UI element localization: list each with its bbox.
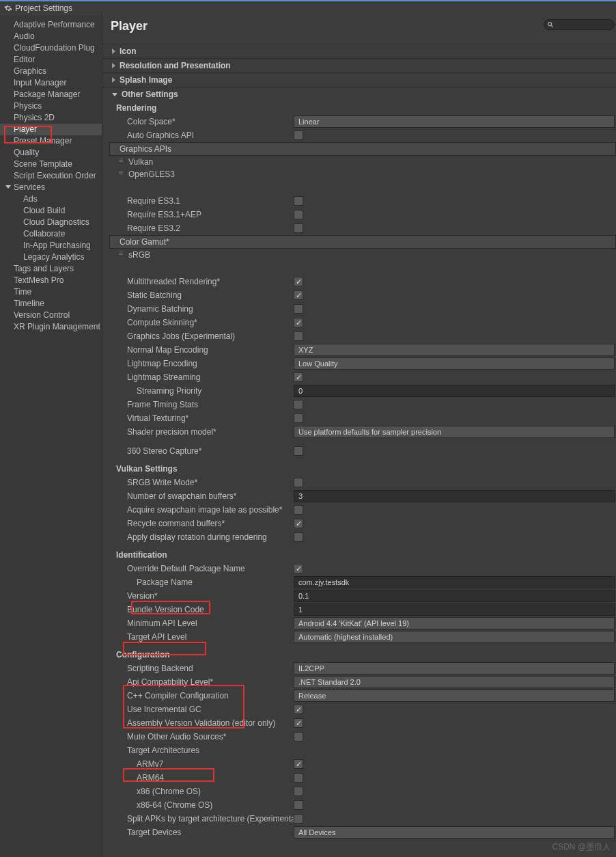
search-input[interactable] [544,19,615,30]
gjobs-label: Graphics Jobs (Experimental) [109,331,294,341]
foldout-other[interactable]: Other Settings [102,87,616,101]
req-es31aep-label: Require ES3.1+AEP [109,210,294,219]
sidebar-item[interactable]: Scene Template [0,159,102,170]
req-es31-checkbox[interactable] [294,196,303,206]
dyn-batch-checkbox[interactable] [294,304,303,314]
frame-timing-checkbox[interactable] [294,400,303,409]
armv7-checkbox[interactable] [294,759,303,769]
foldout-splash[interactable]: Splash Image [102,72,616,87]
sidebar-item[interactable]: Package Manager [0,89,102,100]
shader-prec-label: Shader precision model* [109,427,294,437]
compute-skin-label: Compute Skinning* [109,318,294,327]
list-item[interactable]: sRGB [109,249,616,261]
incgc-checkbox[interactable] [294,705,303,714]
req-es32-label: Require ES3.2 [109,223,294,233]
sidebar-item[interactable]: Physics [0,100,102,112]
srgb-checkbox[interactable] [294,478,303,487]
sidebar-item[interactable]: Adaptive Performance [0,19,102,31]
sidebar-item[interactable]: TextMesh Pro [0,275,102,286]
sidebar-item[interactable]: Legacy Analytics [0,251,102,263]
mute-label: Mute Other Audio Sources* [109,732,294,742]
color-space-label: Color Space* [109,117,294,126]
stream-prio-field[interactable]: 0 [294,385,615,397]
compat-dropdown[interactable]: .NET Standard 2.0 [294,676,615,688]
color-space-dropdown[interactable]: Linear [294,115,615,128]
static-batch-checkbox[interactable] [294,290,303,300]
apply-rot-checkbox[interactable] [294,532,303,542]
sidebar-item[interactable]: Cloud Build [0,205,102,217]
watermark: CSDN @墨痕人 [552,841,611,853]
sidebar-item[interactable]: Graphics [0,66,102,77]
list-item[interactable]: Vulkan [109,156,616,168]
sidebar-item[interactable]: Cloud Diagnostics [0,217,102,228]
tdev-dropdown[interactable]: All Devices [294,826,615,839]
sidebar-item-player[interactable]: Player [0,124,102,135]
asmval-label: Assembly Version Validation (editor only… [109,718,294,728]
dyn-batch-label: Dynamic Batching [109,304,294,314]
acquire-label: Acquire swapchain image late as possible… [109,505,294,515]
sidebar-item[interactable]: Physics 2D [0,112,102,124]
x8664-checkbox[interactable] [294,800,303,810]
lm-stream-checkbox[interactable] [294,372,303,382]
asmval-checkbox[interactable] [294,718,303,728]
normal-enc-dropdown[interactable]: XYZ [294,344,615,356]
foldout-icon[interactable]: Icon [102,44,616,58]
svg-point-0 [548,23,552,26]
recycle-checkbox[interactable] [294,519,303,528]
sidebar-item[interactable]: Quality [0,147,102,159]
sidebar-item-services[interactable]: Services [0,182,102,193]
search-icon [547,21,554,28]
bundle-field[interactable]: 1 [294,603,615,616]
sidebar-item[interactable]: CloudFoundation Plug [0,42,102,54]
req-es31-label: Require ES3.1 [109,196,294,206]
version-label: Version* [109,591,294,601]
sidebar-item[interactable]: Time [0,286,102,298]
target-api-dropdown[interactable]: Automatic (highest installed) [294,631,615,643]
arm64-checkbox[interactable] [294,773,303,783]
compute-skin-checkbox[interactable] [294,318,303,327]
req-es31aep-checkbox[interactable] [294,210,303,219]
multithread-checkbox[interactable] [294,277,303,286]
package-name-field[interactable]: com.zjy.testsdk [294,576,615,588]
incgc-label: Use Incremental GC [109,705,294,714]
sidebar-item[interactable]: In-App Purchasing [0,240,102,251]
override-pkg-checkbox[interactable] [294,564,303,573]
cpp-dropdown[interactable]: Release [294,690,615,702]
sidebar-item[interactable]: Audio [0,31,102,42]
x86-checkbox[interactable] [294,787,303,796]
sidebar-item[interactable]: Version Control [0,310,102,321]
sidebar-item[interactable]: Timeline [0,298,102,310]
sidebar-item[interactable]: XR Plugin Management [0,321,102,333]
stereo-checkbox[interactable] [294,446,303,456]
sidebar-item[interactable]: Editor [0,54,102,66]
srgb-label: SRGB Write Mode* [109,478,294,487]
chevron-right-icon [112,49,115,54]
mute-checkbox[interactable] [294,732,303,742]
min-api-dropdown[interactable]: Android 4.4 'KitKat' (API level 19) [294,617,615,629]
backend-dropdown[interactable]: IL2CPP [294,662,615,675]
acquire-checkbox[interactable] [294,505,303,515]
sidebar-item[interactable]: Collaborate [0,228,102,240]
list-item[interactable]: OpenGLES3 [109,168,616,180]
x8664-label: x86-64 (Chrome OS) [109,800,294,810]
sidebar-item[interactable]: Input Manager [0,77,102,89]
sidebar-item[interactable]: Preset Manager [0,135,102,147]
armv7-label: ARMv7 [109,759,294,769]
split-checkbox[interactable] [294,814,303,824]
lm-enc-dropdown[interactable]: Low Quality [294,357,615,370]
foldout-resolution[interactable]: Resolution and Presentation [102,58,616,72]
shader-prec-dropdown[interactable]: Use platform defaults for sampler precis… [294,426,615,438]
version-field[interactable]: 0.1 [294,590,615,602]
virt-tex-checkbox[interactable] [294,413,303,423]
gjobs-checkbox[interactable] [294,331,303,341]
swap-field[interactable]: 3 [294,490,615,502]
tarch-label: Target Architectures [109,746,294,755]
req-es32-checkbox[interactable] [294,223,303,233]
sidebar-item[interactable]: Tags and Layers [0,263,102,275]
sidebar-item[interactable]: Ads [0,193,102,205]
auto-api-checkbox[interactable] [294,131,303,140]
stereo-label: 360 Stereo Capture* [109,446,294,456]
configuration-header: Configuration [109,648,616,662]
graphics-apis-header: Graphics APIs [109,142,616,156]
sidebar-item[interactable]: Script Execution Order [0,170,102,182]
